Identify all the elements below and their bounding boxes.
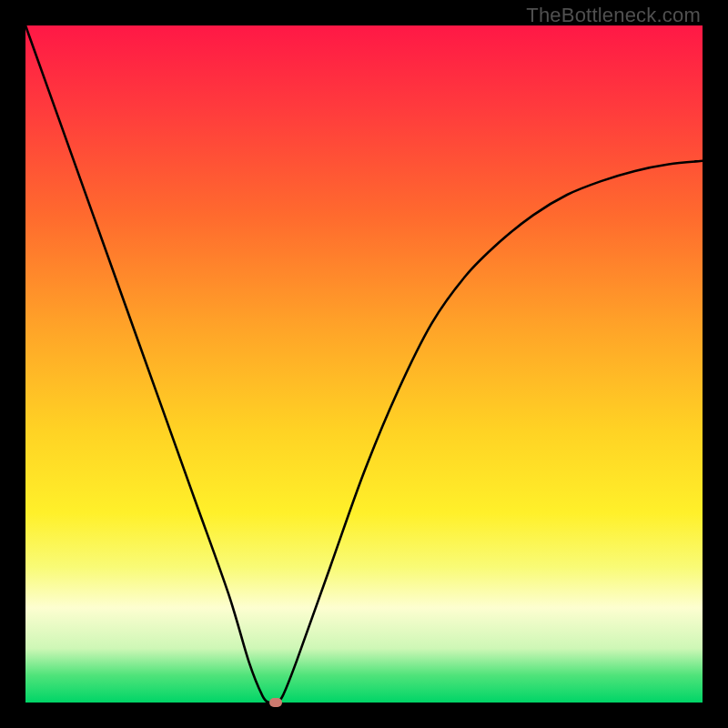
curve-minimum-marker [269, 698, 282, 707]
bottleneck-curve [25, 25, 703, 703]
watermark-text: TheBottleneck.com [526, 4, 701, 27]
plot-area [25, 25, 703, 703]
chart-frame: TheBottleneck.com [0, 0, 728, 728]
